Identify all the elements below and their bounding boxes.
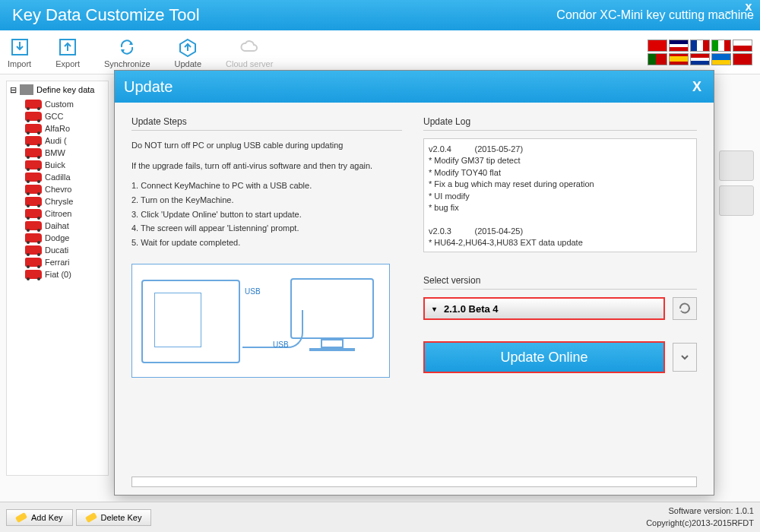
tree-item[interactable]: Audi ( (25, 135, 108, 147)
chevron-down-icon (680, 353, 689, 362)
minimize-button[interactable]: _ (722, 2, 736, 14)
car-icon (25, 148, 42, 157)
tree-item[interactable]: GCC (25, 110, 108, 122)
folder-icon (20, 84, 33, 95)
connection-diagram: USB USB (131, 264, 390, 378)
tree-item[interactable]: Citroen (25, 207, 108, 220)
dialog-title: Update (124, 78, 173, 96)
update-online-button[interactable]: Update Online (423, 341, 665, 373)
flag-tr[interactable] (733, 53, 752, 65)
import-icon (9, 36, 30, 58)
tree-item[interactable]: Ferrari (25, 256, 108, 268)
flag-pl[interactable] (733, 40, 752, 52)
flag-it[interactable] (711, 40, 731, 52)
keypad-button[interactable] (719, 185, 754, 216)
tree-item[interactable]: Fiat (0) (25, 268, 108, 280)
dialog-header: Update X (115, 71, 714, 103)
language-flags (648, 40, 752, 65)
car-icon (25, 209, 42, 218)
update-icon (177, 36, 198, 58)
tree-panel: ⊟ Define key data CustomGCCAlfaRoAudi (B… (6, 81, 109, 476)
statusbar: Add Key Delete Key Software version: 1.0… (0, 502, 760, 532)
flag-pt[interactable] (648, 53, 667, 65)
import-button[interactable]: Import (8, 36, 31, 68)
tree-item[interactable]: Ducati (25, 244, 108, 256)
add-key-button[interactable]: Add Key (6, 509, 73, 526)
car-icon (25, 100, 42, 109)
flag-nl[interactable] (690, 53, 710, 65)
tree-item[interactable]: AlfaRo (25, 122, 108, 135)
titlebar: Key Data Customize Tool Condor XC-Mini k… (0, 0, 760, 30)
update-dropdown-button[interactable] (673, 343, 697, 372)
car-icon (25, 245, 42, 255)
car-icon (25, 112, 42, 121)
update-log[interactable]: v2.0.4 (2015-05-27) * Modify GM37 tip de… (423, 138, 697, 252)
key-icon (15, 512, 27, 523)
car-icon (25, 160, 42, 169)
tree-item[interactable]: Dodge (25, 232, 108, 244)
close-window-button[interactable]: x (742, 2, 755, 14)
refresh-button[interactable] (673, 297, 697, 320)
flag-cn[interactable] (648, 40, 667, 52)
steps-title: Update Steps (131, 116, 402, 131)
tree-item[interactable]: BMW (25, 147, 108, 159)
log-title: Update Log (423, 116, 697, 131)
car-icon (25, 270, 42, 279)
car-icon (25, 233, 42, 242)
status-info: Software version: 1.0.1 Copyright(c)2013… (646, 505, 754, 529)
export-icon (57, 36, 78, 58)
update-button[interactable]: Update (175, 36, 201, 68)
tree-root[interactable]: ⊟ Define key data (7, 81, 108, 98)
car-icon (25, 258, 42, 267)
tree-item[interactable]: Daihat (25, 220, 108, 232)
machine-icon (141, 280, 240, 363)
flag-fr[interactable] (690, 40, 710, 52)
app-title: Key Data Customize Tool (6, 5, 200, 25)
dialog-close-button[interactable]: X (689, 79, 705, 94)
keypad-button[interactable] (719, 150, 754, 181)
tree-item[interactable]: Chrysle (25, 195, 108, 207)
tree-item[interactable]: Cadilla (25, 171, 108, 183)
tree-item[interactable]: Buick (25, 159, 108, 171)
sync-icon (116, 36, 138, 58)
version-select[interactable]: 2.1.0 Beta 4 (423, 297, 665, 320)
refresh-icon (678, 302, 692, 315)
cloud-icon (239, 36, 260, 58)
tree-item[interactable]: Chevro (25, 183, 108, 195)
car-icon (25, 124, 42, 133)
update-dialog: Update X Update Steps Do NOT turn off PC… (114, 70, 714, 496)
car-icon (25, 185, 42, 194)
export-button[interactable]: Export (55, 36, 80, 68)
key-icon (85, 512, 97, 523)
delete-key-button[interactable]: Delete Key (76, 509, 152, 526)
version-title: Select version (423, 275, 697, 290)
flag-uk[interactable] (669, 40, 689, 52)
update-steps: Do NOT turn off PC or unplug USB cable d… (131, 138, 402, 250)
car-icon (25, 136, 42, 145)
cloud-server-button[interactable]: Cloud server (226, 36, 273, 68)
car-icon (25, 197, 42, 206)
synchronize-button[interactable]: Synchronize (104, 36, 150, 68)
flag-se[interactable] (711, 53, 731, 65)
monitor-icon (290, 278, 374, 339)
progress-bar (131, 477, 697, 487)
car-icon (25, 173, 42, 182)
flag-es[interactable] (669, 53, 689, 65)
toolbar: Import Export Synchronize Update Cloud s… (0, 30, 760, 74)
tree-item[interactable]: Custom (25, 98, 108, 110)
car-icon (25, 221, 42, 230)
